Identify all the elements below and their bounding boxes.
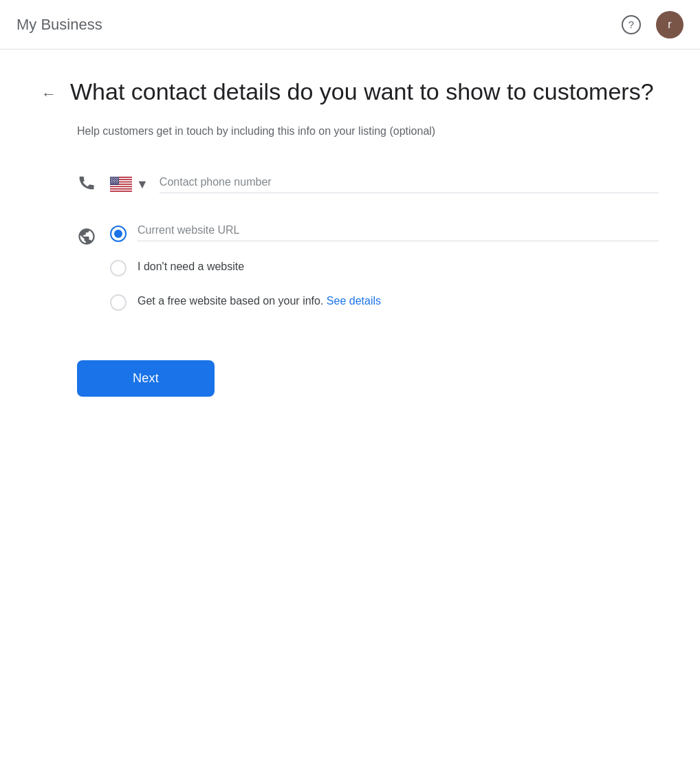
svg-point-34 bbox=[117, 182, 118, 183]
radio-url[interactable] bbox=[110, 226, 127, 242]
url-input-container bbox=[138, 224, 659, 241]
svg-point-32 bbox=[113, 182, 114, 183]
svg-point-30 bbox=[118, 181, 118, 182]
svg-point-31 bbox=[111, 182, 112, 183]
chevron-down-icon: ▼ bbox=[136, 177, 149, 192]
svg-rect-6 bbox=[110, 190, 132, 191]
svg-point-27 bbox=[112, 181, 113, 182]
svg-point-33 bbox=[115, 182, 116, 183]
form-section: ▼ bbox=[41, 173, 659, 397]
no-website-label: I don't need a website bbox=[138, 258, 244, 275]
url-input[interactable] bbox=[138, 224, 659, 236]
svg-point-37 bbox=[114, 183, 115, 184]
svg-point-21 bbox=[118, 179, 118, 179]
main-content: ← What contact details do you want to sh… bbox=[0, 50, 700, 770]
next-button[interactable]: Next bbox=[77, 360, 215, 397]
page-subtext: Help customers get in touch by including… bbox=[77, 123, 659, 140]
svg-point-36 bbox=[112, 183, 113, 184]
svg-point-20 bbox=[116, 179, 117, 179]
radio-free-website[interactable] bbox=[110, 294, 127, 311]
svg-point-38 bbox=[116, 183, 117, 184]
website-section: I don't need a website Get a free websit… bbox=[77, 224, 659, 327]
svg-point-26 bbox=[111, 181, 111, 182]
svg-point-25 bbox=[117, 180, 118, 181]
help-icon: ? bbox=[622, 15, 641, 34]
svg-point-24 bbox=[115, 180, 116, 181]
header: My Business ? r bbox=[0, 0, 700, 50]
svg-point-29 bbox=[116, 181, 117, 182]
svg-point-39 bbox=[118, 183, 118, 184]
svg-point-35 bbox=[111, 183, 111, 184]
phone-icon bbox=[77, 173, 99, 197]
no-website-option: I don't need a website bbox=[110, 258, 659, 276]
phone-input[interactable] bbox=[160, 176, 659, 188]
help-button[interactable]: ? bbox=[617, 11, 645, 38]
svg-point-11 bbox=[116, 177, 117, 178]
avatar[interactable]: r bbox=[656, 11, 683, 38]
svg-point-28 bbox=[114, 181, 115, 182]
see-details-link[interactable]: See details bbox=[327, 295, 381, 307]
website-options: I don't need a website Get a free websit… bbox=[110, 224, 659, 327]
svg-rect-4 bbox=[110, 185, 132, 186]
heading-row: ← What contact details do you want to sh… bbox=[41, 77, 659, 107]
phone-row: ▼ bbox=[77, 173, 659, 197]
url-option bbox=[110, 224, 659, 242]
app-title: My Business bbox=[17, 16, 102, 34]
svg-point-22 bbox=[111, 180, 112, 181]
svg-point-15 bbox=[115, 178, 116, 179]
svg-point-17 bbox=[111, 179, 111, 179]
radio-no-website[interactable] bbox=[110, 260, 127, 276]
svg-point-12 bbox=[118, 177, 118, 178]
back-button[interactable]: ← bbox=[41, 82, 56, 106]
free-website-option: Get a free website based on your info. S… bbox=[110, 293, 659, 311]
phone-input-container bbox=[160, 176, 659, 193]
globe-icon bbox=[77, 227, 99, 251]
svg-point-8 bbox=[111, 177, 111, 178]
free-website-label: Get a free website based on your info. S… bbox=[138, 293, 381, 309]
svg-point-23 bbox=[113, 180, 114, 181]
us-flag-icon bbox=[110, 177, 132, 192]
header-actions: ? r bbox=[617, 11, 683, 38]
svg-point-10 bbox=[114, 177, 115, 178]
back-arrow-icon: ← bbox=[41, 85, 56, 103]
svg-point-14 bbox=[113, 178, 114, 179]
svg-point-9 bbox=[112, 177, 113, 178]
svg-point-18 bbox=[112, 179, 113, 179]
svg-point-19 bbox=[114, 179, 115, 179]
svg-rect-5 bbox=[110, 187, 132, 188]
page-title: What contact details do you want to show… bbox=[70, 77, 654, 107]
svg-point-13 bbox=[111, 178, 112, 179]
svg-point-16 bbox=[117, 178, 118, 179]
country-selector[interactable]: ▼ bbox=[110, 177, 149, 192]
